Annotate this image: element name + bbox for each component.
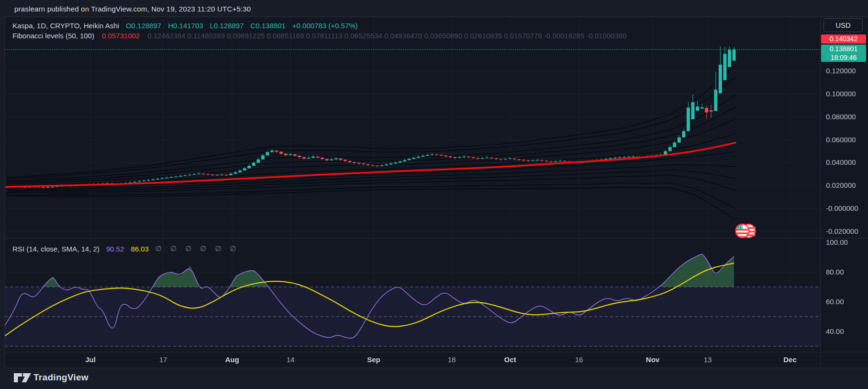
time-axis-label[interactable]: 17 bbox=[159, 355, 167, 364]
ohlc-low: L0.128897 bbox=[210, 22, 244, 30]
time-axis-label[interactable]: Dec bbox=[783, 355, 797, 364]
rsi-legend[interactable]: RSI (14, close, SMA, 14, 2) 90.52 86.03 … bbox=[12, 244, 237, 253]
price-axis-label[interactable]: 0.040000 bbox=[826, 158, 856, 166]
rsi-empty-slot: ∅ bbox=[215, 244, 222, 253]
rsi-axis-label[interactable]: 60.00 bbox=[826, 297, 844, 306]
time-axis-label[interactable]: Sep bbox=[367, 355, 380, 364]
fibonacci-legend[interactable]: Fibonacci levels (50, 100) 0.05731002 0.… bbox=[12, 32, 626, 40]
fib-values: 0.12462384 0.11480289 0.09891225 0.08851… bbox=[147, 32, 626, 40]
time-axis-label[interactable]: 18 bbox=[448, 355, 456, 364]
symbol-title[interactable]: Kaspa, 1D, CRYPTO, Heikin Ashi bbox=[12, 22, 119, 30]
rsi-empty-slot: ∅ bbox=[230, 244, 237, 253]
time-axis-label[interactable]: Nov bbox=[646, 355, 659, 364]
high-price-badge: 0.140342 bbox=[821, 34, 866, 44]
rsi-value: 90.52 bbox=[106, 245, 124, 253]
time-axis-label[interactable]: 14 bbox=[287, 355, 295, 364]
ohlc-change: +0.000783 (+0.57%) bbox=[292, 22, 358, 30]
rsi-sma-value: 86.03 bbox=[131, 245, 149, 253]
ohlc-close: C0.138801 bbox=[250, 22, 285, 30]
price-axis-label[interactable]: 0.100000 bbox=[826, 90, 856, 98]
rsi-empty-slot: ∅ bbox=[156, 244, 163, 253]
price-axis-label[interactable]: 0.120000 bbox=[826, 67, 856, 75]
time-axis-label[interactable]: Jul bbox=[85, 355, 96, 364]
price-axis-label[interactable]: 0.020000 bbox=[826, 181, 856, 189]
price-axis-label[interactable]: -0.000000 bbox=[826, 204, 858, 212]
tradingview-logo-icon[interactable] bbox=[13, 372, 33, 386]
tradingview-snapshot: praslearn published on TradingView.com, … bbox=[0, 0, 868, 389]
rsi-axis-label[interactable]: 40.00 bbox=[826, 327, 844, 335]
time-axis-label[interactable]: Aug bbox=[225, 355, 239, 364]
rsi-title[interactable]: RSI (14, close, SMA, 14, 2) bbox=[12, 245, 100, 253]
rsi-empty-slots: ∅∅∅∅∅∅ bbox=[156, 244, 237, 253]
ohlc-open: O0.128897 bbox=[126, 22, 161, 30]
fib-primary-value: 0.05731002 bbox=[102, 32, 140, 40]
rsi-axis-label[interactable]: 100.00 bbox=[826, 238, 848, 246]
usd-flag-pair-icon bbox=[735, 222, 757, 240]
price-axis-label[interactable]: -0.020000 bbox=[826, 227, 858, 235]
price-axis-label[interactable]: 0.060000 bbox=[826, 136, 856, 144]
rsi-empty-slot: ∅ bbox=[200, 244, 207, 253]
currency-toggle-button[interactable]: USD bbox=[823, 18, 863, 32]
rsi-empty-slot: ∅ bbox=[170, 244, 178, 253]
time-axis-label[interactable]: Oct bbox=[504, 355, 516, 364]
fib-title[interactable]: Fibonacci levels (50, 100) bbox=[12, 32, 94, 40]
publish-header: praslearn published on TradingView.com, … bbox=[14, 5, 251, 13]
ohlc-high: H0.141703 bbox=[168, 22, 203, 30]
main-legend[interactable]: Kaspa, 1D, CRYPTO, Heikin Ashi O0.128897… bbox=[12, 22, 358, 30]
flag-coin-front bbox=[736, 224, 749, 238]
rsi-axis-label[interactable]: 80.00 bbox=[826, 268, 844, 276]
last-price-value: 0.138801 bbox=[821, 45, 866, 53]
last-price-badge: 0.138801 18:09:46 bbox=[821, 45, 866, 62]
time-axis-label[interactable]: 13 bbox=[704, 355, 712, 364]
tradingview-brand-text[interactable]: TradingView bbox=[33, 372, 89, 383]
bar-countdown: 18:09:46 bbox=[821, 53, 866, 62]
chart-canvas[interactable] bbox=[0, 0, 868, 389]
time-axis-label[interactable]: 16 bbox=[575, 355, 583, 364]
rsi-empty-slot: ∅ bbox=[185, 244, 192, 253]
price-axis-label[interactable]: 0.080000 bbox=[826, 113, 856, 121]
